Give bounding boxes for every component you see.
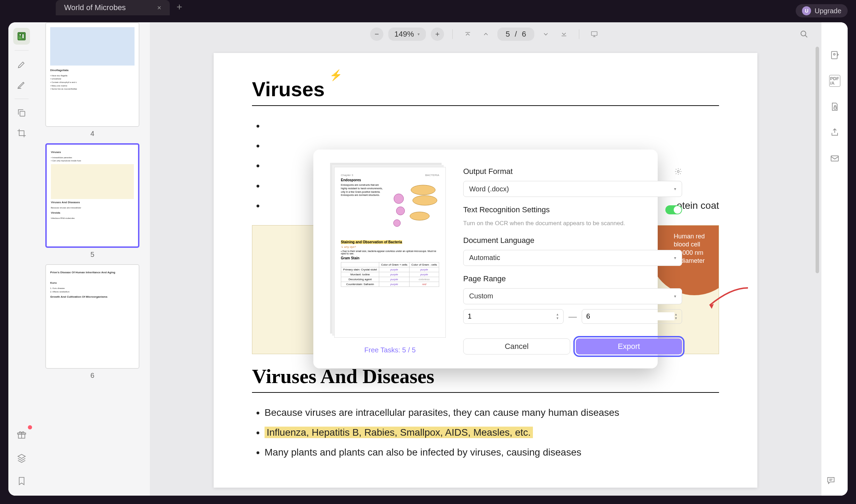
page-range-select[interactable]: Custom ▾: [463, 288, 682, 304]
crop-icon: [17, 128, 26, 138]
highlighter-icon: [17, 60, 26, 69]
comments-button[interactable]: [823, 472, 839, 489]
language-select[interactable]: Automatic ▾: [463, 250, 682, 266]
add-tab-button[interactable]: +: [177, 1, 182, 13]
export-modal: Chapter 3BACTERIA Endospores Endospores …: [313, 150, 658, 368]
mail-icon: [830, 153, 840, 163]
page-preview: Chapter 3BACTERIA Endospores Endospores …: [334, 167, 446, 338]
comment-icon: [826, 475, 836, 485]
output-format-label: Output Format: [463, 167, 682, 176]
cancel-button[interactable]: Cancel: [463, 338, 570, 354]
export-button[interactable]: Export: [576, 338, 682, 354]
free-tasks-label: Free Tasks: 5 / 5: [364, 346, 415, 354]
copy-button[interactable]: [13, 105, 30, 121]
lock-file-button[interactable]: [826, 98, 843, 115]
gift-button[interactable]: [13, 427, 30, 443]
select-value: Custom: [469, 292, 493, 300]
language-label: Document Language: [463, 236, 682, 245]
svg-point-15: [413, 196, 437, 205]
preview-heading: Staining and Observation of Bacteria: [341, 240, 439, 244]
chevron-down-icon: ▾: [674, 294, 676, 299]
svg-rect-3: [20, 111, 25, 116]
avatar: U: [802, 6, 811, 15]
modal-preview-pane: Chapter 3BACTERIA Endospores Endospores …: [334, 167, 446, 354]
notification-dot: [28, 425, 32, 429]
app-window: Dinoflagellata• Have two flagella• Unice…: [8, 22, 848, 496]
chevron-down-icon: ▾: [674, 186, 676, 191]
thumbnail-label: 5: [45, 251, 139, 259]
svg-rect-2: [22, 34, 24, 39]
preview-table: Color of Gram + cellsColor of Gram - cel…: [341, 262, 439, 287]
svg-rect-23: [834, 107, 836, 109]
preview-diagram: [381, 181, 441, 234]
divider: [15, 50, 29, 51]
gift-icon: [17, 430, 26, 440]
modal-actions: Cancel Export: [463, 338, 682, 354]
select-value: Word (.docx): [469, 185, 509, 193]
export-image-button[interactable]: [826, 47, 843, 63]
tabbar: World of Microbes × +: [0, 0, 856, 15]
chevron-down-icon: ▾: [674, 255, 676, 260]
range-to-field[interactable]: [586, 312, 674, 320]
mail-button[interactable]: [826, 150, 843, 167]
left-rail: [8, 22, 35, 496]
thumbnail-page-5[interactable]: Viruses• Intracellular parasites• Can on…: [45, 143, 139, 259]
ocr-toggle[interactable]: [665, 205, 682, 214]
divider: [15, 99, 29, 99]
svg-point-20: [677, 170, 679, 173]
range-from-input[interactable]: ▲▼: [463, 309, 564, 324]
layers-icon: [17, 453, 26, 463]
right-rail: PDF/A: [821, 22, 848, 496]
svg-point-16: [394, 194, 404, 204]
ocr-label-row: Text Recognition Settings: [463, 205, 682, 214]
thumbnail-label: 4: [45, 130, 139, 138]
thumbnail-page-4[interactable]: Dinoflagellata• Have two flagella• Unice…: [45, 22, 139, 138]
svg-point-22: [833, 53, 835, 55]
export-modal-overlay: Chapter 3BACTERIA Endospores Endospores …: [150, 22, 821, 496]
thumbnail-label: 6: [45, 372, 139, 380]
tab-document[interactable]: World of Microbes ×: [56, 0, 170, 15]
ocr-label: Text Recognition Settings: [463, 205, 550, 214]
image-export-icon: [830, 50, 840, 60]
spinner-arrows[interactable]: ▲▼: [674, 313, 678, 320]
thumbnails-panel-button[interactable]: [13, 28, 30, 45]
thumbnail-panel[interactable]: Dinoflagellata• Have two flagella• Unice…: [35, 22, 150, 496]
svg-point-17: [396, 207, 405, 215]
page-range-label: Page Range: [463, 274, 682, 283]
svg-point-14: [411, 185, 435, 195]
range-to-input[interactable]: ▲▼: [582, 309, 682, 324]
thumbnails-icon: [17, 31, 26, 41]
upgrade-label: Upgrade: [815, 7, 841, 15]
upgrade-button[interactable]: U Upgrade: [796, 4, 848, 17]
spinner-arrows[interactable]: ▲▼: [556, 313, 559, 320]
modal-form: Output Format Word (.docx) ▾ Text Recogn…: [463, 167, 682, 354]
select-value: Automatic: [469, 254, 500, 262]
highlighter-button[interactable]: [13, 56, 30, 73]
thumbnail-page-6[interactable]: Prion's Disease Of Human Inheritance And…: [45, 264, 139, 380]
range-from-field[interactable]: [468, 312, 556, 320]
close-icon[interactable]: ×: [157, 4, 161, 12]
bookmark-button[interactable]: [13, 473, 30, 489]
tab-title: World of Microbes: [64, 3, 126, 12]
range-dash: —: [568, 312, 577, 321]
preview-heading: Gram Stain: [341, 256, 439, 260]
ocr-hint: Turn on the OCR when the document appear…: [463, 219, 682, 228]
pen-icon: [17, 80, 26, 90]
gear-icon[interactable]: [674, 168, 682, 175]
layers-button[interactable]: [13, 450, 30, 466]
crop-button[interactable]: [13, 125, 30, 142]
share-button[interactable]: [826, 124, 843, 141]
file-lock-icon: [830, 102, 840, 112]
bookmark-icon: [17, 476, 26, 486]
sign-button[interactable]: [13, 76, 30, 93]
output-format-select[interactable]: Word (.docx) ▾: [463, 181, 682, 197]
svg-point-19: [393, 220, 400, 227]
main-area: 149%▾ 5/6 Viruses⚡ otein coat: [150, 22, 821, 496]
svg-rect-1: [19, 34, 21, 36]
pdfa-button[interactable]: PDF/A: [826, 72, 843, 89]
share-icon: [830, 128, 840, 137]
copy-icon: [17, 108, 26, 118]
pdfa-icon: PDF/A: [829, 75, 840, 87]
svg-point-18: [410, 212, 429, 220]
page-range-inputs: ▲▼ — ▲▼: [463, 309, 682, 324]
